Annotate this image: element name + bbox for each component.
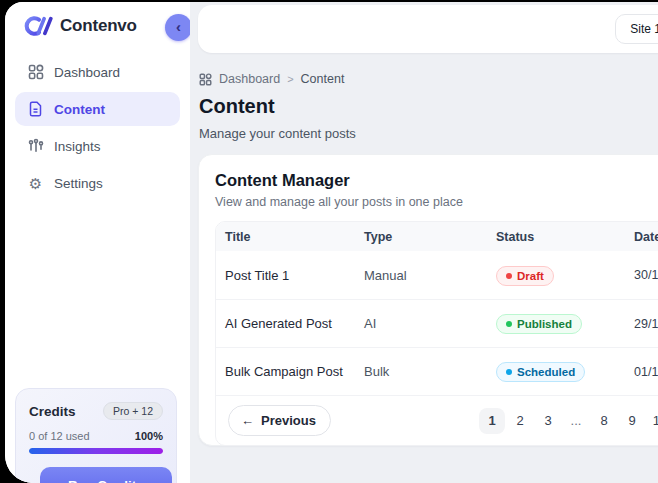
table-row[interactable]: Bulk Campaign Post Bulk Scheduled 01/11/…: [216, 347, 658, 395]
chart-icon: [27, 138, 44, 155]
content-manager-card: Content Manager View and manage all your…: [198, 154, 658, 446]
grid-icon: [27, 64, 44, 81]
topbar: Site 1: [198, 5, 658, 53]
breadcrumb-parent[interactable]: Dashboard: [219, 72, 280, 86]
post-status-cell: Scheduled: [487, 361, 625, 382]
column-header-type: Type: [355, 230, 487, 244]
column-header-title: Title: [216, 230, 355, 244]
status-label: Published: [517, 318, 572, 330]
page-title: Content: [199, 95, 275, 118]
credits-card: Credits Pro + 12 0 of 12 used 100% Buy C…: [15, 388, 177, 483]
arrow-left-icon: ←: [241, 413, 254, 428]
previous-label: Previous: [261, 413, 316, 428]
post-type: Bulk: [355, 364, 487, 379]
status-badge: Published: [496, 314, 582, 334]
sidebar-item-label: Content: [54, 102, 105, 117]
page-subtitle: Manage your content posts: [199, 126, 356, 141]
post-date: 29/10/: [625, 317, 658, 331]
page-number-8[interactable]: 8: [591, 408, 617, 434]
sidebar-item-label: Dashboard: [54, 65, 120, 80]
card-subtitle: View and manage all your posts in one pl…: [215, 195, 658, 209]
status-label: Scheduled: [517, 366, 575, 378]
sidebar-item-dashboard[interactable]: Dashboard: [15, 55, 180, 89]
column-header-status: Status: [487, 230, 625, 244]
credits-percent: 100%: [135, 430, 163, 442]
brand-logo: Contenvo: [22, 14, 137, 38]
sidebar-item-settings[interactable]: ⚙ Settings: [15, 166, 180, 200]
sidebar-item-content[interactable]: Content: [15, 92, 180, 126]
post-status-cell: Published: [487, 313, 625, 334]
status-dot-icon: [506, 273, 512, 279]
posts-table: Title Type Status Date Post Title 1 Manu…: [215, 221, 658, 446]
document-icon: [27, 101, 44, 118]
status-dot-icon: [506, 321, 512, 327]
grid-icon: [199, 73, 212, 86]
page-number-9[interactable]: 9: [619, 408, 645, 434]
breadcrumb-separator: >: [287, 73, 293, 85]
chevron-left-icon: ‹: [176, 18, 181, 35]
table-row[interactable]: AI Generated Post AI Published 29/10/: [216, 299, 658, 347]
sidebar-collapse-button[interactable]: ‹: [165, 14, 192, 41]
sidebar: Contenvo ‹ Dashboard: [5, 2, 190, 483]
status-badge: Draft: [496, 266, 554, 286]
sidebar-item-insights[interactable]: Insights: [15, 129, 180, 163]
status-label: Draft: [517, 270, 544, 282]
post-type: AI: [355, 316, 487, 331]
credits-progress-bar: [29, 448, 163, 454]
post-title: AI Generated Post: [216, 316, 355, 331]
post-status-cell: Draft: [487, 265, 625, 286]
main-area: Site 1 Dashboard > Content Content Manag…: [190, 2, 658, 483]
gear-icon: ⚙: [27, 175, 44, 192]
breadcrumb-current: Content: [301, 72, 345, 86]
credits-progress-fill: [29, 448, 163, 454]
page-number-2[interactable]: 2: [507, 408, 533, 434]
site-selector-button[interactable]: Site 1: [615, 14, 658, 44]
post-title: Bulk Campaign Post: [216, 364, 355, 379]
plan-badge: Pro + 12: [103, 402, 163, 420]
pagination-ellipsis: ...: [563, 413, 589, 428]
post-date: 01/11/2: [625, 365, 658, 379]
credits-usage-text: 0 of 12 used: [29, 430, 90, 442]
page-number-10[interactable]: 10: [647, 408, 658, 434]
credits-title: Credits: [29, 404, 76, 419]
previous-page-button[interactable]: ← Previous: [228, 405, 331, 436]
table-row[interactable]: Post Title 1 Manual Draft 30/10/: [216, 251, 658, 299]
sidebar-item-label: Insights: [54, 139, 101, 154]
status-badge: Scheduled: [496, 362, 585, 382]
card-title: Content Manager: [215, 171, 658, 190]
table-footer: ← Previous 1 2 3 ... 8 9 10: [216, 395, 658, 445]
post-type: Manual: [355, 268, 487, 283]
table-header-row: Title Type Status Date: [216, 222, 658, 251]
sidebar-nav: Dashboard Content: [15, 55, 180, 200]
post-title: Post Title 1: [216, 268, 355, 283]
contenvo-logo-icon: [22, 14, 53, 38]
buy-credits-button[interactable]: Buy Credits: [40, 467, 172, 483]
pagination-pages: 1 2 3 ... 8 9 10: [479, 408, 658, 434]
column-header-date: Date: [625, 230, 658, 244]
status-dot-icon: [506, 369, 512, 375]
sidebar-item-label: Settings: [54, 176, 103, 191]
page-number-3[interactable]: 3: [535, 408, 561, 434]
post-date: 30/10/: [625, 268, 658, 282]
page-number-1[interactable]: 1: [479, 408, 505, 434]
brand-name: Contenvo: [60, 16, 137, 36]
breadcrumb: Dashboard > Content: [199, 72, 344, 86]
app-window: Contenvo ‹ Dashboard: [5, 2, 658, 483]
